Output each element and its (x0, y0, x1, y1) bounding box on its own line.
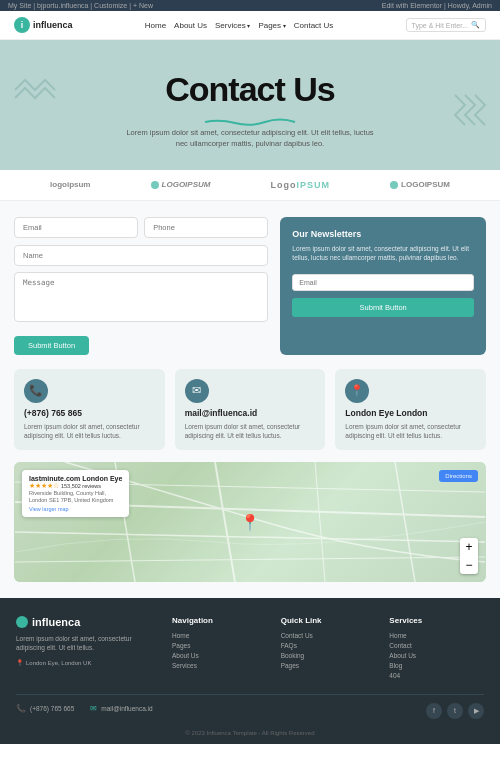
footer-nav-title: Navigation (172, 616, 267, 625)
svg-line-6 (395, 462, 415, 582)
footer-nav-list: Home Pages About Us Services (172, 632, 267, 669)
newsletter-submit-button[interactable]: Submit Button (292, 298, 474, 317)
footer-copyright: © 2023 Influenca Template - All Rights R… (185, 730, 314, 736)
footer-nav-about[interactable]: About Us (172, 652, 267, 659)
footer: influenca Lorem ipsum dolor sit amet, co… (0, 598, 500, 744)
footer-nav-home[interactable]: Home (172, 632, 267, 639)
footer-phone: 📞 (+876) 765 665 (16, 704, 74, 713)
top-bar-right: Edit with Elementor | Howdy, Admin (382, 2, 492, 9)
footer-services-contact[interactable]: Contact (389, 642, 484, 649)
form-submit-button[interactable]: Submit Button (14, 336, 89, 355)
directions-button[interactable]: Directions (439, 470, 478, 482)
footer-services-404[interactable]: 404 (389, 672, 484, 679)
svg-line-4 (215, 462, 235, 582)
footer-description: Lorem ipsum dolor sit amet, consectetur … (16, 634, 158, 654)
email-input[interactable] (14, 217, 138, 238)
map-address: Riverside Building, County Hall,London S… (29, 490, 122, 504)
top-bar: My Site | bjportu.influenca | Customize … (0, 0, 500, 11)
form-row-1 (14, 217, 268, 238)
location-pin-icon: 📍 (16, 659, 23, 666)
logo-3-text: LogoIPSUM (271, 180, 331, 190)
nav-services[interactable]: Services (215, 21, 250, 30)
footer-quicklink-faqs[interactable]: FAQs (281, 642, 376, 649)
phone-body: Lorem ipsum dolor sit amet, consectetur … (24, 422, 155, 440)
search-icon: 🔍 (471, 21, 480, 29)
info-card-phone: 📞 (+876) 765 865 Lorem ipsum dolor sit a… (14, 369, 165, 450)
email-body: Lorem ipsum dolor sit amet, consectetur … (185, 422, 316, 440)
name-input[interactable] (14, 245, 268, 266)
footer-logo: influenca (16, 616, 158, 628)
phone-input[interactable] (144, 217, 268, 238)
map-stars: ★★★★☆ 153,502 reviews (29, 482, 122, 490)
email-icon-circle: ✉ (185, 379, 209, 403)
contact-section: Submit Button Our Newsletters Lorem ipsu… (14, 217, 486, 355)
nav-search[interactable]: Type & Hit Enter... 🔍 (406, 18, 486, 32)
footer-location: 📍 London Eye, London UK (16, 659, 158, 666)
search-placeholder: Type & Hit Enter... (412, 22, 468, 29)
form-group-name (14, 244, 268, 266)
newsletter-section: Our Newsletters Lorem ipsum dolor sit am… (280, 217, 486, 355)
location-body: Lorem ipsum dolor sit amet, consectetur … (345, 422, 476, 440)
form-group-message (14, 272, 268, 326)
zoom-in-button[interactable]: + (460, 538, 478, 556)
footer-services-blog[interactable]: Blog (389, 662, 484, 669)
location-icon: 📍 (350, 384, 364, 397)
nav-home[interactable]: Home (145, 21, 166, 30)
logo-3: LogoIPSUM (271, 180, 331, 190)
map-zoom-controls: + − (460, 538, 478, 574)
logo-4: LOGOIPSUM (390, 180, 450, 189)
navbar: i influenca Home About Us Services Pages… (0, 11, 500, 40)
nav-pages[interactable]: Pages (258, 21, 285, 30)
footer-services-col: Services Home Contact About Us Blog 404 (389, 616, 484, 682)
footer-brand: influenca Lorem ipsum dolor sit amet, co… (16, 616, 158, 682)
contact-form: Submit Button (14, 217, 268, 355)
footer-logo-text: influenca (32, 616, 80, 628)
newsletter-title: Our Newsletters (292, 229, 474, 239)
footer-nav-pages[interactable]: Pages (172, 642, 267, 649)
message-textarea[interactable] (14, 272, 268, 322)
nav-contact[interactable]: Contact Us (294, 21, 334, 30)
map-reviews: 153,502 reviews (61, 483, 101, 489)
twitter-icon[interactable]: t (447, 703, 463, 719)
logo-4-dot (390, 181, 398, 189)
footer-services-home[interactable]: Home (389, 632, 484, 639)
logo-icon: i (14, 17, 30, 33)
zoom-out-button[interactable]: − (460, 556, 478, 574)
footer-bottom: 📞 (+876) 765 665 ✉ mail@influenca.id f t… (16, 694, 484, 736)
map-background: 📍 lastminute.com London Eye ★★★★☆ 153,50… (14, 462, 486, 582)
footer-top: influenca Lorem ipsum dolor sit amet, co… (16, 616, 484, 682)
logo-1: logoipsum (50, 180, 90, 189)
footer-quicklink-pages[interactable]: Pages (281, 662, 376, 669)
map-info-title: lastminute.com London Eye (29, 475, 122, 482)
footer-nav-services[interactable]: Services (172, 662, 267, 669)
nav-about[interactable]: About Us (174, 21, 207, 30)
footer-phone-icon: 📞 (16, 704, 26, 713)
footer-quicklink-contact[interactable]: Contact Us (281, 632, 376, 639)
phone-icon: 📞 (29, 384, 43, 397)
newsletter-email-input[interactable] (292, 274, 474, 291)
footer-email-text: mail@influenca.id (101, 705, 152, 712)
footer-services-title: Services (389, 616, 484, 625)
logo-2-dot (151, 181, 159, 189)
footer-services-about[interactable]: About Us (389, 652, 484, 659)
top-bar-left: My Site | bjportu.influenca | Customize … (8, 2, 153, 9)
email-title: mail@influenca.id (185, 408, 316, 418)
footer-quicklink-booking[interactable]: Booking (281, 652, 376, 659)
footer-quicklink-title: Quick Link (281, 616, 376, 625)
map-section: 📍 lastminute.com London Eye ★★★★☆ 153,50… (14, 462, 486, 582)
nav-links: Home About Us Services Pages Contact Us (145, 21, 334, 30)
footer-contact-bar: 📞 (+876) 765 665 ✉ mail@influenca.id (16, 704, 153, 713)
footer-nav-col: Navigation Home Pages About Us Services (172, 616, 267, 682)
info-card-location: 📍 London Eye London Lorem ipsum dolor si… (335, 369, 486, 450)
footer-phone-text: (+876) 765 665 (30, 705, 74, 712)
hero-underline (200, 113, 300, 121)
info-cards: 📞 (+876) 765 865 Lorem ipsum dolor sit a… (14, 369, 486, 450)
footer-quicklink-col: Quick Link Contact Us FAQs Booking Pages (281, 616, 376, 682)
svg-line-2 (15, 557, 485, 562)
top-bar-edit: Edit with Elementor | Howdy, Admin (382, 2, 492, 9)
map-info-box: lastminute.com London Eye ★★★★☆ 153,502 … (22, 470, 129, 517)
view-larger-link[interactable]: View larger map (29, 506, 122, 512)
facebook-icon[interactable]: f (426, 703, 442, 719)
youtube-icon[interactable]: ▶ (468, 703, 484, 719)
hero-title: Contact Us (40, 70, 460, 109)
